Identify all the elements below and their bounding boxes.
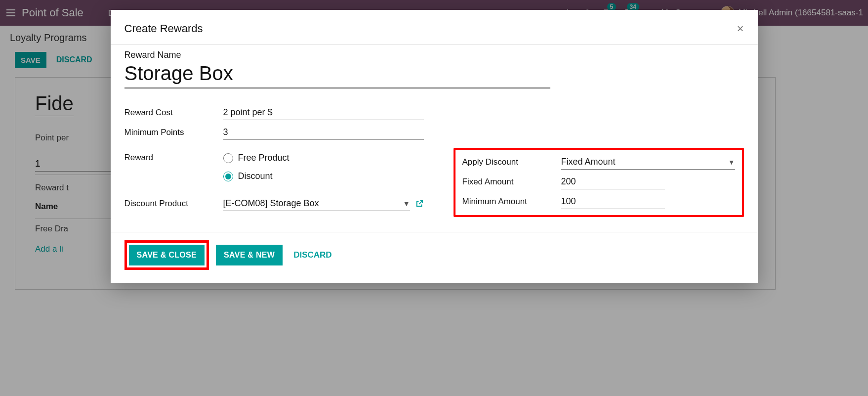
modal-title: Create Rewards [124,22,203,35]
save-close-highlight: SAVE & CLOSE [124,240,209,270]
reward-type-label: Reward [124,153,223,163]
min-amount-label: Minimum Amount [462,197,561,207]
min-amount-input[interactable] [561,194,665,209]
min-points-label: Minimum Points [124,128,223,137]
save-new-button[interactable]: SAVE & NEW [216,245,283,265]
apply-discount-select[interactable]: Fixed Amount ▼ [561,155,735,170]
min-points-input[interactable] [223,125,424,140]
external-link-icon[interactable] [415,199,424,208]
fixed-amount-input[interactable] [561,175,665,189]
modal-discard-button[interactable]: DISCARD [289,244,335,266]
apply-discount-label: Apply Discount [462,157,561,167]
discount-product-select[interactable]: [E-COM08] Storage Box ▼ [223,196,410,211]
modal-overlay: Create Rewards × Reward Name Reward Cost… [0,0,868,396]
save-close-button[interactable]: SAVE & CLOSE [129,245,205,265]
close-icon[interactable]: × [737,22,744,36]
reward-name-input[interactable] [124,61,550,88]
chevron-down-icon: ▼ [403,200,410,208]
radio-discount[interactable]: Discount [223,171,424,181]
reward-cost-label: Reward Cost [124,108,223,118]
discount-highlight-box: Apply Discount Fixed Amount ▼ Fixed Amou… [454,148,744,217]
radio-free-product[interactable]: Free Product [223,153,424,163]
reward-cost-input[interactable] [223,105,424,120]
discount-product-label: Discount Product [124,199,223,209]
reward-name-label: Reward Name [124,50,744,60]
chevron-down-icon: ▼ [728,158,735,166]
create-rewards-modal: Create Rewards × Reward Name Reward Cost… [111,10,758,283]
fixed-amount-label: Fixed Amount [462,177,561,187]
